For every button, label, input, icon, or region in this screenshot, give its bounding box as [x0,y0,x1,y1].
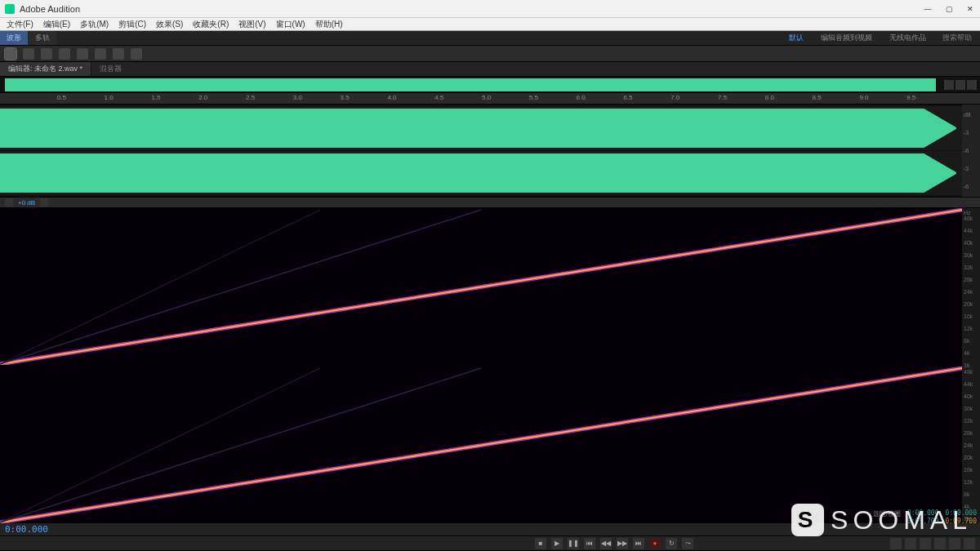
overview-strip[interactable] [0,77,980,93]
record-button[interactable]: ● [649,538,661,549]
amp-tick: -6 [964,148,978,153]
tool-slip[interactable] [41,48,52,60]
menu-help[interactable]: 帮助(H) [312,19,346,30]
window-controls: — ▢ ✕ [923,4,975,14]
amp-tick: -3 [964,130,978,136]
freq-tick: 16k [964,313,978,319]
menu-favorites[interactable]: 收藏夹(R) [189,19,232,30]
ruler-tick: 8.0 [765,94,774,101]
play-button[interactable]: ▶ [551,538,563,549]
view-end[interactable]: 0:09.700 [945,518,977,525]
freq-tick: 1k [964,362,978,368]
zoom-in-icon[interactable] [944,80,954,90]
tool-marquee[interactable] [77,48,88,60]
freq-tick: 44k [964,228,978,233]
menu-effects[interactable]: 效果(S) [153,19,186,30]
zoom-out-h-icon[interactable] [905,538,916,549]
freq-tick: 24k [964,442,978,448]
tool-move[interactable] [5,48,16,60]
time-ruler[interactable]: 0.51.01.52.02.53.03.54.04.55.05.56.06.57… [0,93,980,104]
waveform-channels[interactable] [0,104,962,197]
waveform-right-channel[interactable] [0,151,962,195]
ruler-tick: 8.5 [813,94,822,101]
sel-end[interactable]: 0:00.000 [945,509,977,517]
view-start[interactable]: 0:09.700 [907,518,939,525]
freq-tick: 8k [964,338,978,344]
spectral-display[interactable]: Hz 48k44k40k36k32k28k24k20k16k12k8k4k1k … [0,208,980,523]
minimize-button[interactable]: — [923,4,933,14]
timecode-display[interactable]: 0:00.000 [5,524,48,535]
ruler-tick: 7.5 [718,94,727,101]
selection-label: 选区/视图 [873,509,901,518]
pause-button[interactable]: ❚❚ [568,538,579,549]
freq-tick: 48k [964,216,978,221]
ruler-tick: 4.0 [387,94,396,101]
prev-button[interactable]: ⏮ [584,538,595,549]
menu-clip[interactable]: 剪辑(C) [115,19,149,30]
mode-tab-multitrack[interactable]: 多轨 [29,31,56,45]
tool-time-select[interactable] [59,48,70,60]
svg-line-1 [0,210,962,364]
ruler-tick: 9.0 [859,94,868,101]
workspace-preset-default[interactable]: 默认 [781,31,812,45]
amp-tick: -6 [964,184,978,189]
app-icon [5,4,15,14]
rewind-button[interactable]: ◀◀ [600,538,612,549]
waveform-display[interactable]: dB -3 -6 -3 -6 [0,104,980,197]
tool-razor[interactable] [23,48,34,60]
spectral-header: +0 dB [0,197,980,208]
spectral-channels[interactable] [0,208,962,523]
sel-start[interactable]: 0:00.000 [907,509,939,517]
forward-button[interactable]: ▶▶ [617,538,628,549]
freq-tick: 12k [964,479,978,485]
transport-controls: ■ ▶ ❚❚ ⏮ ◀◀ ▶▶ ⏭ ● ↻ ⤳ [343,538,885,549]
menu-view[interactable]: 视图(V) [235,19,269,30]
file-tabs: 编辑器: 未命名 2.wav * 混音器 [0,62,980,77]
menu-edit[interactable]: 编辑(E) [40,19,74,30]
frequency-scale: Hz 48k44k40k36k32k28k24k20k16k12k8k4k1k … [962,208,980,523]
tool-spot-heal[interactable] [131,48,142,60]
zoom-out-v-icon[interactable] [934,538,946,549]
workspace-preset-radio[interactable]: 无线电作品 [881,31,934,45]
ruler-tick: 0.5 [57,94,66,101]
workspace-preset-audio-video[interactable]: 编辑音频到视频 [813,31,880,45]
freq-tick: 28k [964,430,978,436]
waveform-left-channel[interactable] [0,106,962,150]
skip-button[interactable]: ⤳ [682,538,693,549]
tool-brush[interactable] [113,48,124,60]
spectral-settings-icon[interactable] [40,198,48,207]
ruler-tick: 2.5 [246,94,255,101]
overview-waveform[interactable] [5,78,936,91]
mode-tab-waveform[interactable]: 波形 [0,31,28,45]
workspace-bar: 波形 多轨 默认 编辑音频到视频 无线电作品 搜索帮助 [0,31,980,46]
ruler-tick: 1.5 [151,94,160,101]
menu-multitrack[interactable]: 多轨(M) [77,19,112,30]
close-button[interactable]: ✕ [965,4,975,14]
workspace-presets: 默认 编辑音频到视频 无线电作品 [781,31,934,45]
zoom-fit-icon[interactable] [949,538,960,549]
toolbar [0,46,980,62]
tool-lasso[interactable] [95,48,106,60]
file-tab-mixer[interactable]: 混音器 [91,62,130,76]
zoom-sel-icon[interactable] [964,538,975,549]
ruler-tick: 5.5 [529,94,538,101]
spectral-right-channel[interactable] [0,367,962,523]
next-button[interactable]: ⏭ [633,538,644,549]
file-tab-active[interactable]: 编辑器: 未命名 2.wav * [0,62,91,76]
zoom-out-icon[interactable] [956,80,965,90]
freq-tick: 4k [964,504,978,509]
freq-unit: Hz [964,210,978,216]
spectral-toggle-icon[interactable] [5,198,13,207]
zoom-full-icon[interactable] [967,80,977,90]
loop-button[interactable]: ↻ [666,538,677,549]
menu-window[interactable]: 窗口(W) [273,19,309,30]
spectral-left-channel[interactable] [0,208,962,365]
svg-line-2 [0,210,481,364]
search-help[interactable]: 搜索帮助 [934,33,980,43]
freq-tick: 36k [964,406,978,411]
zoom-in-h-icon[interactable] [890,538,902,549]
menu-file[interactable]: 文件(F) [3,19,37,30]
maximize-button[interactable]: ▢ [944,4,954,14]
zoom-in-v-icon[interactable] [920,538,931,549]
stop-button[interactable]: ■ [535,538,546,549]
